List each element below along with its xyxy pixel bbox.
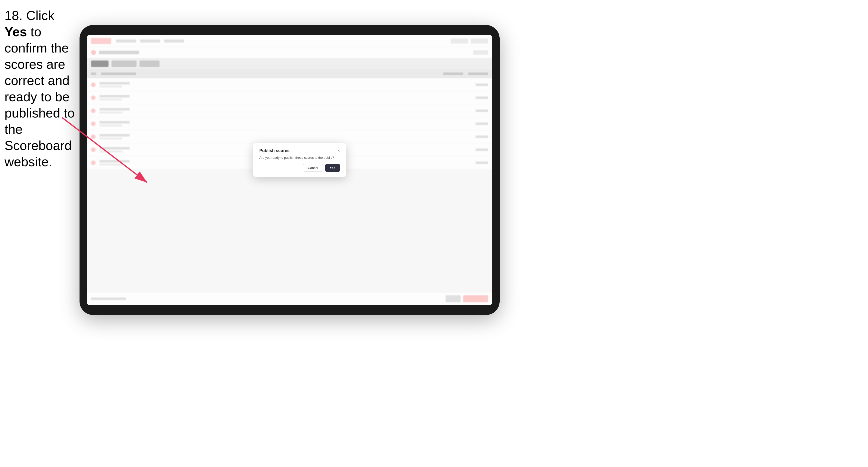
tablet-device: Publish scores × Are you ready to publis… xyxy=(80,25,500,315)
dialog-overlay: Publish scores × Are you ready to publis… xyxy=(87,35,492,305)
close-button[interactable]: × xyxy=(338,149,340,153)
tablet-screen: Publish scores × Are you ready to publis… xyxy=(87,35,492,305)
step-number: 18. xyxy=(4,8,23,23)
instruction-part2: to confirm the scores are correct and re… xyxy=(4,25,74,169)
instruction-part1: Click xyxy=(23,8,54,23)
modal-title: Publish scores xyxy=(259,148,289,153)
modal-footer: Cancel Yes xyxy=(259,164,340,172)
modal-body: Are you ready to publish these scores to… xyxy=(259,156,340,159)
cancel-button[interactable]: Cancel xyxy=(303,164,322,172)
instruction-text: 18. Click Yes to confirm the scores are … xyxy=(4,7,77,170)
publish-scores-dialog: Publish scores × Are you ready to publis… xyxy=(253,143,346,177)
yes-button[interactable]: Yes xyxy=(326,164,340,172)
modal-header: Publish scores × xyxy=(259,148,340,153)
instruction-bold: Yes xyxy=(4,25,27,39)
